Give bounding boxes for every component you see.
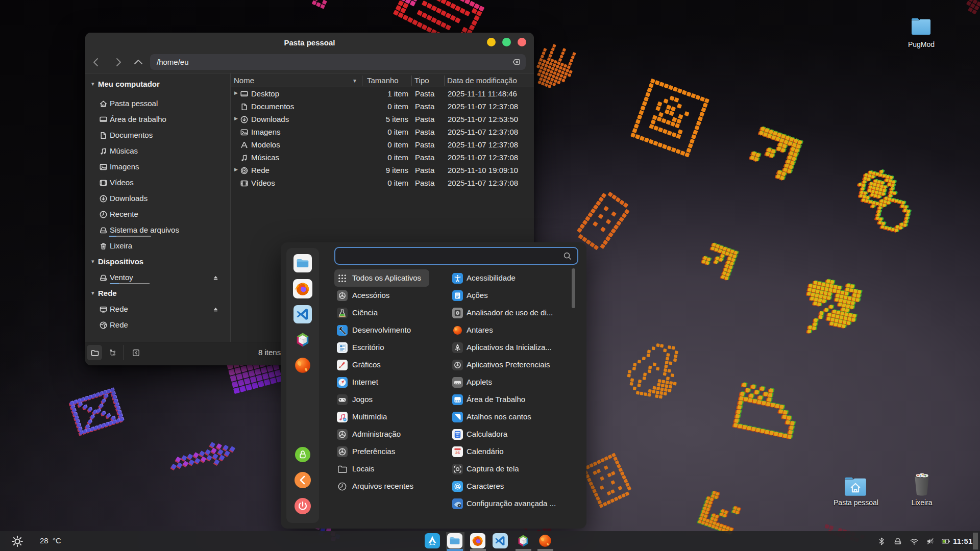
svg-text:26: 26 bbox=[455, 450, 460, 455]
